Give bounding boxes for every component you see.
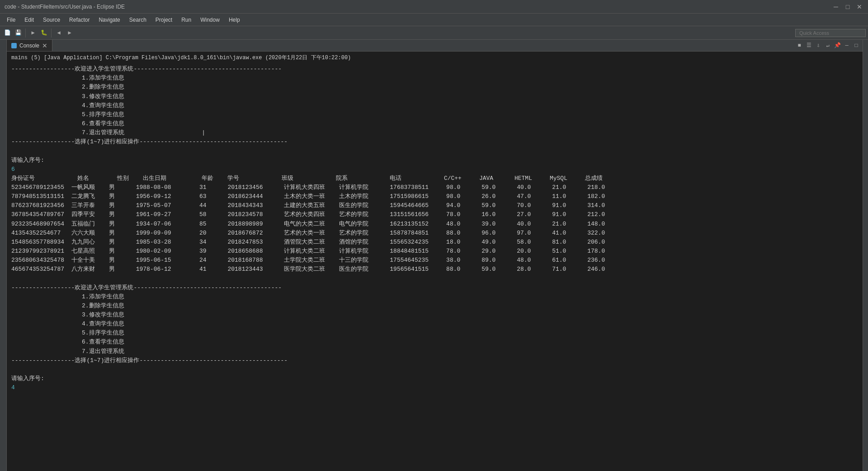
menu-file[interactable]: File (2, 15, 20, 25)
left-sidebar (0, 40, 7, 471)
maximize-button[interactable]: □ (844, 3, 852, 11)
console-output: ------------------欢迎进入学生管理系统------------… (11, 65, 858, 392)
menu-edit[interactable]: Edit (20, 15, 38, 25)
console-content[interactable]: mains (5) [Java Application] C:\Program … (7, 52, 863, 471)
menu-project[interactable]: Project (151, 15, 177, 25)
toolbar: 📄 💾 ▶ 🐛 ◀ ▶ (0, 26, 868, 40)
main-area: Console ✕ ■ ☰ ⇩ ↵ 📌 ─ □ mains (5) [Java … (0, 40, 868, 471)
menu-window[interactable]: Window (196, 15, 224, 25)
console-pin[interactable]: 📌 (833, 42, 841, 50)
menu-navigate[interactable]: Navigate (94, 15, 124, 25)
toolbar-save[interactable]: 💾 (13, 28, 23, 38)
close-button[interactable]: ✕ (855, 3, 863, 11)
console-terminate[interactable]: ■ (795, 42, 803, 50)
console-tab-label: Console (19, 42, 39, 49)
console-path: mains (5) [Java Application] C:\Program … (11, 54, 858, 62)
right-sidebar (863, 40, 868, 471)
menu-run[interactable]: Run (177, 15, 196, 25)
menubar: File Edit Source Refactor Navigate Searc… (0, 14, 868, 26)
quick-access-input[interactable] (795, 29, 866, 37)
console-panel: Console ✕ ■ ☰ ⇩ ↵ 📌 ─ □ mains (5) [Java … (7, 40, 863, 471)
toolbar-sep-2 (51, 28, 52, 38)
console-tab-actions: ■ ☰ ⇩ ↵ 📌 ─ □ (795, 42, 863, 50)
toolbar-back[interactable]: ◀ (54, 28, 64, 38)
menu-source[interactable]: Source (38, 15, 65, 25)
console-maximize[interactable]: □ (852, 42, 860, 50)
toolbar-sep-1 (25, 28, 26, 38)
toolbar-forward[interactable]: ▶ (65, 28, 75, 38)
titlebar: code - StudentFileItem/src/User.java - E… (0, 0, 868, 14)
console-tab-icon (11, 43, 17, 48)
console-scroll-lock[interactable]: ⇩ (814, 42, 822, 50)
menu-search[interactable]: Search (125, 15, 151, 25)
console-word-wrap[interactable]: ↵ (824, 42, 832, 50)
menu-help[interactable]: Help (224, 15, 245, 25)
titlebar-controls: ─ □ ✕ (832, 3, 863, 11)
menu-refactor[interactable]: Refactor (65, 15, 94, 25)
console-tab[interactable]: Console ✕ (7, 40, 52, 51)
toolbar-run[interactable]: ▶ (28, 28, 38, 38)
toolbar-new[interactable]: 📄 (2, 28, 12, 38)
console-tabbar: Console ✕ ■ ☰ ⇩ ↵ 📌 ─ □ (7, 40, 863, 52)
toolbar-debug[interactable]: 🐛 (39, 28, 49, 38)
console-minimize[interactable]: ─ (843, 42, 851, 50)
console-clear[interactable]: ☰ (805, 42, 813, 50)
minimize-button[interactable]: ─ (832, 3, 840, 11)
titlebar-title: code - StudentFileItem/src/User.java - E… (5, 4, 832, 10)
console-tab-close[interactable]: ✕ (42, 42, 47, 49)
